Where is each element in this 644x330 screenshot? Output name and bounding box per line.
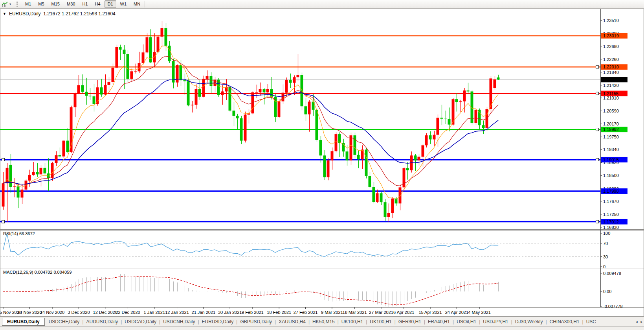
tab-usdjpy-h1[interactable]: USDJPY,H1: [481, 318, 510, 326]
timeframe-button-h4[interactable]: H4: [92, 0, 103, 7]
svg-text:1.21604: 1.21604: [603, 77, 619, 82]
price-axis-label: 1.18500: [603, 173, 619, 178]
candlestick-series: [2, 21, 500, 222]
date-axis-label: 30 Jan 2021: [218, 310, 242, 315]
tab-separator: |: [366, 319, 367, 324]
date-axis-label: 9 Mar 2021: [321, 310, 343, 315]
line-drag-handle[interactable]: [596, 66, 599, 68]
chart-window: 1.235101.230901.226801.222601.218401.214…: [0, 9, 644, 316]
date-axis-label: 27 Feb 2021: [294, 310, 318, 315]
chart-tabs-row: EURUSD,DailyUSDCHF,Daily|AUDUSD,Daily|US…: [0, 317, 644, 327]
tab-audusd-daily[interactable]: AUDUSD,Daily: [84, 318, 121, 326]
tab-usc[interactable]: USC: [584, 318, 598, 326]
tab-separator: |: [275, 319, 276, 324]
tab-uk100-h1[interactable]: UK100,H1: [367, 318, 394, 326]
tab-separator: |: [121, 319, 122, 324]
date-axis-label: 15 Apr 2021: [418, 310, 442, 315]
toolbar-separator: [145, 1, 145, 7]
price-axis-label: 1.19750: [603, 135, 619, 139]
price-chart: 1.235101.230901.226801.222601.218401.214…: [0, 9, 644, 316]
tab-separator: |: [424, 319, 425, 324]
line-drag-handle[interactable]: [596, 128, 599, 131]
symbol-dropdown-icon[interactable]: ▼: [3, 12, 6, 16]
price-tag-text: 1.19015: [603, 157, 619, 162]
timeframe-button-m15[interactable]: M15: [48, 0, 63, 7]
timeframe-button-m1[interactable]: M1: [22, 0, 34, 7]
tab-separator: |: [479, 319, 480, 324]
date-axis-label: 18 Feb 2021: [267, 310, 291, 315]
macd-signal-line: [3, 276, 498, 305]
toolbar-grip[interactable]: [17, 2, 19, 7]
tab-usdcad-daily[interactable]: USDCAD,Daily: [122, 318, 159, 326]
date-axis-label: 21 Jan 2021: [192, 310, 216, 315]
timeframe-button-d1[interactable]: D1: [105, 0, 116, 7]
price-axis-label: 1.19340: [603, 147, 619, 152]
chevron-down-icon: ▾: [9, 3, 11, 6]
tab-uk100-h1[interactable]: UK100,H1: [339, 318, 365, 326]
tab-separator: |: [308, 319, 310, 324]
tabs-scroll-buttons: ◂▸: [633, 317, 642, 326]
toolbar-separator: [14, 1, 14, 7]
date-axis-label: 12 Jan 2021: [165, 310, 189, 315]
line-drag-handle[interactable]: [596, 220, 599, 223]
tab-separator: |: [82, 319, 83, 324]
tab-china300-h1[interactable]: CHINA300,H1: [547, 318, 582, 326]
tab-separator: |: [545, 319, 547, 324]
tab-dj30-weekly[interactable]: DJ30,Weekly: [513, 318, 545, 326]
date-axis-label: 27 Mar 2021: [369, 310, 393, 315]
chart-title-text: EURUSD,Daily 1.21672 1.21762 1.21593 1.2…: [9, 11, 116, 17]
tab-xauusd-h4[interactable]: XAUUSD,H4: [276, 318, 308, 326]
top-toolbar: ▾ M1M5M15M30H1H4D1W1MN: [0, 0, 644, 9]
rsi-axis-label: 100: [603, 231, 610, 236]
ma-30-line: [3, 79, 498, 184]
tab-separator: |: [236, 319, 237, 324]
price-tag-text: 1.17012: [603, 219, 619, 224]
date-axis-label: 14 Nov 2020: [17, 310, 42, 315]
price-axis-label: 1.20590: [603, 109, 619, 113]
date-axis-label: 3 Dec 2020: [68, 310, 90, 315]
chart-tabs-bar: EURUSD,DailyUSDCHF,Daily|AUDUSD,Daily|US…: [0, 316, 644, 330]
rsi-label: RSI(14) 66.3672: [3, 231, 35, 236]
ma-14-line: [3, 56, 498, 186]
line-drag-handle[interactable]: [596, 92, 599, 95]
tab-separator: |: [198, 319, 199, 324]
tab-usdchf-daily[interactable]: USDCHF,Daily: [46, 318, 82, 326]
tab-separator: |: [394, 319, 396, 324]
tab-hk50-m15[interactable]: HK50,M15: [310, 318, 337, 326]
tab-fra40-h1[interactable]: FRA40,H1: [426, 318, 452, 326]
tabs-scroll-right-icon[interactable]: ▸: [640, 320, 642, 324]
timeframe-button-m30[interactable]: M30: [64, 0, 78, 7]
rsi-axis-label: 70: [603, 241, 608, 246]
tab-separator: |: [582, 319, 583, 324]
timeframe-button-w1[interactable]: W1: [117, 0, 130, 7]
price-axis-label: 1.17250: [603, 212, 619, 217]
price-axis-label: 1.21840: [603, 70, 619, 75]
date-axis-label: 24 Nov 2020: [40, 310, 64, 315]
line-drag-handle[interactable]: [2, 158, 5, 161]
tab-usoil-h1[interactable]: USOil,H1: [454, 318, 479, 326]
tab-gbpusd-daily[interactable]: GBPUSD,Daily: [238, 318, 274, 326]
tab-usdcnh-daily[interactable]: USDCNH,Daily: [161, 318, 197, 326]
chart-title: ▼ EURUSD,Daily 1.21672 1.21762 1.21593 1…: [3, 11, 116, 17]
ma-7-line: [3, 46, 498, 199]
line-drag-handle[interactable]: [2, 220, 5, 223]
chart-tool-icon[interactable]: ▾: [0, 1, 13, 8]
tab-separator: |: [159, 319, 160, 324]
price-axis-label: 1.17670: [603, 199, 619, 204]
price-axis-label: 1.21420: [603, 83, 619, 88]
timeframe-button-m5[interactable]: M5: [35, 0, 47, 7]
price-axis-label: 1.20170: [603, 122, 619, 126]
price-tag-text: 1.23019: [603, 33, 619, 38]
tabs-scroll-left-icon[interactable]: ◂: [636, 320, 638, 324]
macd-label: MACD(12,26,9) 0.004782 0.004059: [3, 270, 72, 275]
line-drag-handle[interactable]: [596, 158, 599, 161]
timeframe-button-mn[interactable]: MN: [130, 0, 143, 7]
rsi-axis-label: 30: [603, 254, 608, 259]
price-axis: 1.235101.230901.226801.222601.218401.214…: [600, 18, 619, 230]
tab-separator: |: [338, 319, 339, 324]
timeframe-button-h1[interactable]: H1: [79, 0, 91, 7]
tab-ger30-h1[interactable]: GER30,H1: [396, 318, 424, 326]
tab-eurusd-daily[interactable]: EURUSD,Daily: [2, 318, 45, 326]
tab-eurusd-daily[interactable]: EURUSD,Daily: [200, 318, 236, 326]
date-axis-label: 18 Mar 2021: [343, 310, 367, 315]
